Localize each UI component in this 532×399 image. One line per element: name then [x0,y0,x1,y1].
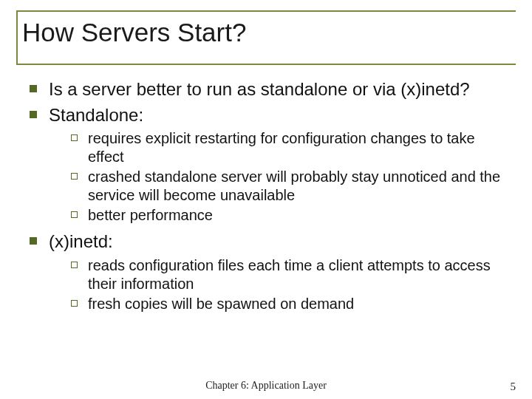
hollow-square-bullet-icon [71,134,78,141]
footer-text: Chapter 6: Application Layer [0,380,532,392]
list-item: crashed standalone server will probably … [71,168,511,205]
list-item: requires explicit restarting for configu… [71,129,511,166]
hollow-square-bullet-icon [71,173,78,180]
sub-list: requires explicit restarting for configu… [30,129,511,225]
list-item: Standalone: [30,104,511,127]
slide-body: Is a server better to run as standalone … [16,78,516,313]
list-item: (x)inetd: [30,231,511,253]
list-item-text: Is a server better to run as standalone … [49,78,470,101]
slide-title: How Servers Start? [18,16,516,65]
title-frame: How Servers Start? [16,10,516,65]
hollow-square-bullet-icon [71,300,78,307]
page-number: 5 [511,381,516,393]
square-bullet-icon [30,111,37,118]
list-item-text: Standalone: [49,104,143,127]
list-item-text: reads configuration files each time a cl… [88,256,511,293]
list-item-text: better performance [88,206,213,225]
slide: How Servers Start? Is a server better to… [0,0,532,399]
list-item-text: (x)inetd: [49,231,113,253]
list-item: fresh copies will be spawned on demand [71,295,511,313]
list-item: Is a server better to run as standalone … [30,78,511,101]
list-item: reads configuration files each time a cl… [71,256,511,293]
list-item-text: fresh copies will be spawned on demand [88,295,354,313]
square-bullet-icon [30,237,37,245]
square-bullet-icon [30,85,37,92]
hollow-square-bullet-icon [71,211,78,218]
list-item: better performance [71,206,511,225]
list-item-text: requires explicit restarting for configu… [88,129,511,166]
list-item-text: crashed standalone server will probably … [88,168,511,205]
hollow-square-bullet-icon [71,262,78,268]
sub-list: reads configuration files each time a cl… [30,256,511,313]
